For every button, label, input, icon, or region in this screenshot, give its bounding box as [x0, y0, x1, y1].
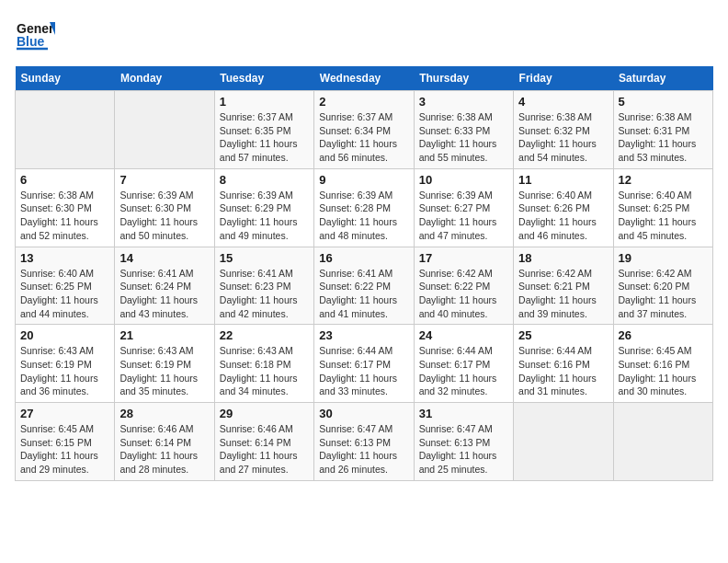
day-number: 15 [220, 251, 309, 265]
weekday-header-row: SundayMondayTuesdayWednesdayThursdayFrid… [16, 66, 713, 91]
day-info: Sunrise: 6:47 AM Sunset: 6:13 PM Dayligh… [319, 422, 408, 477]
calendar-cell: 16Sunrise: 6:41 AM Sunset: 6:22 PM Dayli… [314, 247, 414, 325]
calendar-week-row: 20Sunrise: 6:43 AM Sunset: 6:19 PM Dayli… [16, 325, 713, 403]
calendar-cell: 5Sunrise: 6:38 AM Sunset: 6:31 PM Daylig… [613, 91, 712, 169]
day-info: Sunrise: 6:37 AM Sunset: 6:35 PM Dayligh… [220, 110, 309, 165]
calendar-cell: 30Sunrise: 6:47 AM Sunset: 6:13 PM Dayli… [314, 403, 414, 481]
day-info: Sunrise: 6:43 AM Sunset: 6:19 PM Dayligh… [20, 344, 109, 398]
calendar-cell: 15Sunrise: 6:41 AM Sunset: 6:23 PM Dayli… [214, 247, 313, 325]
calendar-cell: 6Sunrise: 6:38 AM Sunset: 6:30 PM Daylig… [16, 168, 115, 247]
calendar-cell [115, 91, 214, 169]
calendar-cell: 7Sunrise: 6:39 AM Sunset: 6:30 PM Daylig… [115, 168, 214, 247]
day-info: Sunrise: 6:39 AM Sunset: 6:27 PM Dayligh… [419, 189, 508, 243]
calendar-cell: 24Sunrise: 6:44 AM Sunset: 6:17 PM Dayli… [414, 325, 513, 403]
day-info: Sunrise: 6:44 AM Sunset: 6:16 PM Dayligh… [518, 344, 608, 398]
day-number: 9 [319, 173, 408, 187]
day-number: 10 [419, 173, 508, 187]
day-info: Sunrise: 6:44 AM Sunset: 6:17 PM Dayligh… [419, 344, 508, 398]
day-info: Sunrise: 6:39 AM Sunset: 6:30 PM Dayligh… [119, 189, 209, 243]
day-number: 22 [220, 328, 309, 342]
day-number: 1 [220, 95, 309, 109]
day-number: 20 [20, 328, 109, 342]
day-info: Sunrise: 6:37 AM Sunset: 6:34 PM Dayligh… [319, 110, 408, 165]
day-number: 13 [20, 251, 109, 265]
calendar-cell: 31Sunrise: 6:47 AM Sunset: 6:13 PM Dayli… [414, 403, 513, 481]
day-number: 4 [518, 95, 608, 109]
calendar-cell: 8Sunrise: 6:39 AM Sunset: 6:29 PM Daylig… [214, 168, 313, 247]
day-info: Sunrise: 6:40 AM Sunset: 6:25 PM Dayligh… [619, 189, 708, 243]
weekday-header-monday: Monday [115, 66, 214, 91]
day-info: Sunrise: 6:42 AM Sunset: 6:22 PM Dayligh… [419, 267, 508, 321]
day-info: Sunrise: 6:42 AM Sunset: 6:20 PM Dayligh… [619, 267, 708, 321]
day-info: Sunrise: 6:44 AM Sunset: 6:17 PM Dayligh… [319, 344, 408, 398]
calendar-week-row: 13Sunrise: 6:40 AM Sunset: 6:25 PM Dayli… [16, 247, 713, 325]
day-info: Sunrise: 6:45 AM Sunset: 6:16 PM Dayligh… [619, 344, 708, 398]
calendar-cell: 13Sunrise: 6:40 AM Sunset: 6:25 PM Dayli… [16, 247, 115, 325]
calendar-cell: 17Sunrise: 6:42 AM Sunset: 6:22 PM Dayli… [414, 247, 513, 325]
weekday-header-tuesday: Tuesday [214, 66, 313, 91]
calendar-cell: 29Sunrise: 6:46 AM Sunset: 6:14 PM Dayli… [214, 403, 313, 481]
calendar-cell: 28Sunrise: 6:46 AM Sunset: 6:14 PM Dayli… [115, 403, 214, 481]
day-number: 2 [319, 95, 408, 109]
weekday-header-wednesday: Wednesday [314, 66, 414, 91]
day-number: 18 [518, 251, 608, 265]
calendar-week-row: 6Sunrise: 6:38 AM Sunset: 6:30 PM Daylig… [16, 168, 713, 247]
weekday-header-sunday: Sunday [16, 66, 115, 91]
day-number: 11 [518, 173, 608, 187]
day-info: Sunrise: 6:40 AM Sunset: 6:25 PM Dayligh… [20, 267, 109, 321]
day-info: Sunrise: 6:43 AM Sunset: 6:18 PM Dayligh… [220, 344, 309, 398]
svg-text:Blue: Blue [17, 34, 45, 49]
day-number: 28 [119, 407, 209, 420]
day-number: 27 [20, 407, 109, 420]
calendar-cell: 23Sunrise: 6:44 AM Sunset: 6:17 PM Dayli… [314, 325, 414, 403]
weekday-header-saturday: Saturday [613, 66, 712, 91]
logo: General Blue [15, 15, 55, 55]
calendar-cell: 10Sunrise: 6:39 AM Sunset: 6:27 PM Dayli… [414, 168, 513, 247]
day-info: Sunrise: 6:40 AM Sunset: 6:26 PM Dayligh… [518, 189, 608, 243]
calendar-cell: 4Sunrise: 6:38 AM Sunset: 6:32 PM Daylig… [514, 91, 613, 169]
day-number: 5 [619, 95, 708, 109]
calendar-cell: 26Sunrise: 6:45 AM Sunset: 6:16 PM Dayli… [613, 325, 712, 403]
calendar-cell [16, 91, 115, 169]
weekday-header-thursday: Thursday [414, 66, 513, 91]
day-number: 29 [220, 407, 309, 420]
calendar-cell [514, 403, 613, 481]
calendar-table: SundayMondayTuesdayWednesdayThursdayFrid… [15, 66, 713, 481]
calendar-cell: 14Sunrise: 6:41 AM Sunset: 6:24 PM Dayli… [115, 247, 214, 325]
day-number: 16 [319, 251, 408, 265]
calendar-cell: 27Sunrise: 6:45 AM Sunset: 6:15 PM Dayli… [16, 403, 115, 481]
day-info: Sunrise: 6:42 AM Sunset: 6:21 PM Dayligh… [518, 267, 608, 321]
calendar-cell: 3Sunrise: 6:38 AM Sunset: 6:33 PM Daylig… [414, 91, 513, 169]
day-number: 12 [619, 173, 708, 187]
calendar-cell: 11Sunrise: 6:40 AM Sunset: 6:26 PM Dayli… [514, 168, 613, 247]
day-info: Sunrise: 6:45 AM Sunset: 6:15 PM Dayligh… [20, 422, 109, 477]
day-number: 8 [220, 173, 309, 187]
calendar-cell: 22Sunrise: 6:43 AM Sunset: 6:18 PM Dayli… [214, 325, 313, 403]
calendar-cell: 1Sunrise: 6:37 AM Sunset: 6:35 PM Daylig… [214, 91, 313, 169]
day-number: 3 [419, 95, 508, 109]
calendar-cell: 9Sunrise: 6:39 AM Sunset: 6:28 PM Daylig… [314, 168, 414, 247]
day-info: Sunrise: 6:41 AM Sunset: 6:22 PM Dayligh… [319, 267, 408, 321]
calendar-cell: 18Sunrise: 6:42 AM Sunset: 6:21 PM Dayli… [514, 247, 613, 325]
day-info: Sunrise: 6:47 AM Sunset: 6:13 PM Dayligh… [419, 422, 508, 477]
calendar-week-row: 27Sunrise: 6:45 AM Sunset: 6:15 PM Dayli… [16, 403, 713, 481]
day-number: 14 [119, 251, 209, 265]
day-number: 6 [20, 173, 109, 187]
logo-icon: General Blue [15, 15, 55, 55]
day-number: 25 [518, 328, 608, 342]
day-info: Sunrise: 6:38 AM Sunset: 6:30 PM Dayligh… [20, 189, 109, 243]
calendar-cell: 20Sunrise: 6:43 AM Sunset: 6:19 PM Dayli… [16, 325, 115, 403]
day-info: Sunrise: 6:39 AM Sunset: 6:29 PM Dayligh… [220, 189, 309, 243]
calendar-cell: 21Sunrise: 6:43 AM Sunset: 6:19 PM Dayli… [115, 325, 214, 403]
calendar-cell: 19Sunrise: 6:42 AM Sunset: 6:20 PM Dayli… [613, 247, 712, 325]
day-number: 19 [619, 251, 708, 265]
calendar-cell [613, 403, 712, 481]
day-info: Sunrise: 6:41 AM Sunset: 6:23 PM Dayligh… [220, 267, 309, 321]
calendar-week-row: 1Sunrise: 6:37 AM Sunset: 6:35 PM Daylig… [16, 91, 713, 169]
day-number: 7 [119, 173, 209, 187]
day-info: Sunrise: 6:39 AM Sunset: 6:28 PM Dayligh… [319, 189, 408, 243]
day-number: 17 [419, 251, 508, 265]
day-info: Sunrise: 6:46 AM Sunset: 6:14 PM Dayligh… [119, 422, 209, 477]
day-info: Sunrise: 6:43 AM Sunset: 6:19 PM Dayligh… [119, 344, 209, 398]
day-info: Sunrise: 6:41 AM Sunset: 6:24 PM Dayligh… [119, 267, 209, 321]
